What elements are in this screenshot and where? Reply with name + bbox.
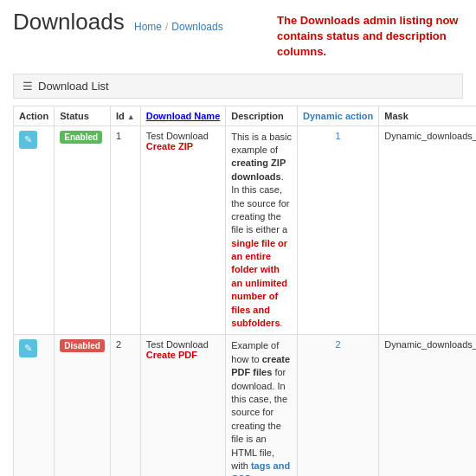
th-name: Download Name [140, 106, 226, 125]
cell-status: Disabled [55, 335, 111, 476]
edit-button[interactable]: ✎ [19, 339, 37, 357]
th-name-link[interactable]: Download Name [146, 111, 221, 121]
page-title: Downloads [13, 9, 125, 35]
cell-id: 2 [110, 335, 140, 476]
cell-action: ✎ [14, 125, 55, 335]
table-row: ✎Disabled2Test DownloadCreate PDFExample… [14, 335, 477, 476]
list-icon: ☰ [23, 80, 33, 93]
status-badge: Enabled [60, 131, 102, 144]
th-mask: Mask [379, 106, 476, 125]
cell-mask: Dynamic_downloads_creat [379, 125, 476, 335]
breadcrumb-home[interactable]: Home [134, 21, 162, 33]
cell-mask: Dynamic_downloads_creat [379, 335, 476, 476]
downloads-table: Action Status Id ▲ Download Name Descrip… [13, 106, 476, 476]
cell-description: This is a basic example of creating ZIP … [226, 125, 298, 335]
download-name: Test Download [146, 131, 209, 141]
breadcrumb: Home / Downloads [134, 21, 223, 33]
desc-highlight-tag: tags and CSS [231, 460, 290, 476]
th-id: Id ▲ [110, 106, 140, 125]
th-description: Description [226, 106, 298, 125]
dynamic-action-link[interactable]: 1 [336, 131, 341, 141]
desc-bold: creating ZIP downloads [231, 158, 286, 181]
dynamic-action-link[interactable]: 2 [336, 339, 341, 350]
breadcrumb-current[interactable]: Downloads [171, 21, 222, 33]
cell-dynamic-action: 1 [297, 125, 378, 335]
desc-highlight-red: single file or an entire folder with an … [231, 238, 287, 328]
cell-dynamic-action: 2 [297, 335, 378, 476]
table-body: ✎Enabled1Test DownloadCreate ZIPThis is … [14, 125, 477, 476]
cell-status: Enabled [55, 125, 111, 335]
cell-action: ✎ [14, 335, 55, 476]
download-name-link[interactable]: Create PDF [146, 350, 197, 360]
description-text: Example of how to create PDF files for d… [231, 340, 290, 476]
th-dynamic: Dynamic action [297, 106, 378, 125]
section-header: ☰ Download List [13, 74, 463, 99]
th-action: Action [14, 106, 55, 125]
status-badge: Disabled [60, 339, 105, 352]
edit-button[interactable]: ✎ [19, 131, 37, 149]
sort-arrow-id: ▲ [127, 113, 135, 121]
page-wrapper: Downloads Home / Downloads The Downloads… [0, 0, 476, 476]
breadcrumb-separator: / [165, 21, 168, 33]
th-dynamic-link[interactable]: Dynamic action [303, 111, 373, 121]
cell-description: Example of how to create PDF files for d… [226, 335, 298, 476]
table-row: ✎Enabled1Test DownloadCreate ZIPThis is … [14, 125, 477, 335]
cell-name: Test DownloadCreate ZIP [140, 125, 226, 335]
download-name: Test Download [146, 339, 209, 350]
desc-bold: create PDF files [231, 354, 290, 377]
description-text: This is a basic example of creating ZIP … [231, 132, 292, 328]
notice-text: The Downloads admin listing now contains… [277, 14, 458, 58]
notice-box: The Downloads admin listing now contains… [273, 9, 463, 65]
download-name-link[interactable]: Create ZIP [146, 141, 193, 151]
cell-name: Test DownloadCreate PDF [140, 335, 226, 476]
page-title-area: Downloads Home / Downloads [13, 9, 264, 35]
section-header-label: Download List [38, 80, 109, 93]
table-header-row: Action Status Id ▲ Download Name Descrip… [14, 106, 477, 125]
top-section: Downloads Home / Downloads The Downloads… [13, 9, 463, 65]
th-status: Status [55, 106, 111, 125]
cell-id: 1 [110, 125, 140, 335]
